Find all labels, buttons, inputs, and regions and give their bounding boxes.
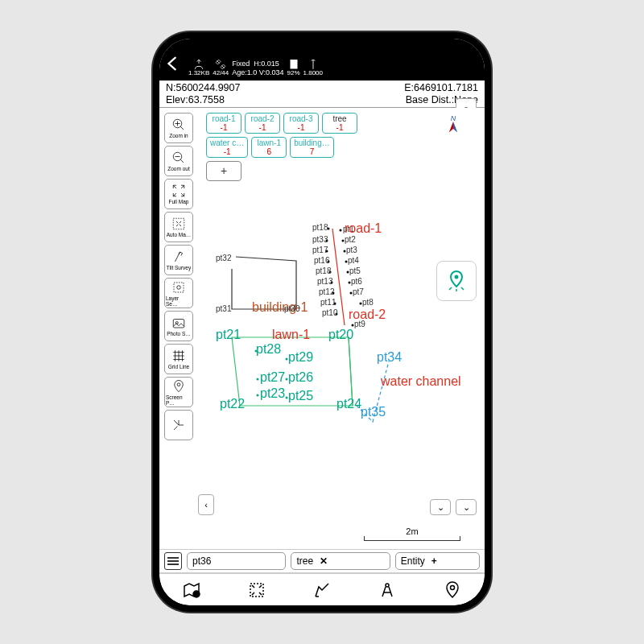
grid-line-button[interactable]: Grid Line bbox=[164, 344, 193, 374]
layer-chip-road-2[interactable]: road-2-1 bbox=[245, 113, 280, 134]
svg-point-69 bbox=[257, 394, 259, 397]
battery-indicator: 92% bbox=[287, 57, 300, 77]
next-point-button[interactable]: ⌄ bbox=[456, 499, 477, 515]
svg-point-65 bbox=[255, 350, 258, 353]
add-entity-icon[interactable]: + bbox=[431, 555, 437, 567]
layer-chip-tree[interactable]: tree-1 bbox=[322, 113, 357, 134]
side-toolbar: Zoom in Zoom out Full Map Auto Ma… Tilt … bbox=[164, 113, 193, 440]
svg-rect-8 bbox=[173, 320, 184, 328]
svg-point-67 bbox=[257, 378, 259, 381]
prev-point-button[interactable]: ⌄ bbox=[430, 499, 451, 515]
svg-text:pt18: pt18 bbox=[316, 266, 332, 275]
svg-text:N: N bbox=[451, 114, 456, 122]
nav-measure-button[interactable] bbox=[371, 576, 403, 604]
nav-draw-button[interactable] bbox=[306, 576, 338, 604]
svg-text:pt33: pt33 bbox=[312, 235, 328, 244]
svg-text:pt6: pt6 bbox=[351, 277, 362, 286]
app-screen: 1.32KB 42/44 Fixed H:0.015 Age:1.0 V:0.0… bbox=[159, 39, 485, 605]
svg-text:pt11: pt11 bbox=[320, 298, 336, 307]
map-view[interactable]: road-1-1 road-2-1 road-3-1 tree-1 water … bbox=[159, 108, 485, 549]
clear-code-icon[interactable]: ✕ bbox=[320, 555, 328, 567]
code-field[interactable]: tree✕ bbox=[291, 552, 390, 570]
snap-tool-button[interactable] bbox=[164, 410, 193, 440]
bottom-fields: pt36 tree✕ Entity+ bbox=[159, 549, 485, 573]
svg-point-68 bbox=[286, 378, 288, 381]
svg-text:pt29: pt29 bbox=[288, 350, 313, 364]
svg-text:pt24: pt24 bbox=[336, 397, 361, 411]
svg-text:water channel: water channel bbox=[380, 374, 461, 388]
auto-map-button[interactable]: Auto Ma… bbox=[164, 212, 193, 242]
solution-type: Fixed bbox=[232, 60, 250, 68]
svg-point-74 bbox=[193, 591, 200, 597]
svg-text:pt12: pt12 bbox=[319, 287, 335, 296]
v-accuracy: V:0.034 bbox=[259, 68, 284, 76]
zoom-out-button[interactable]: Zoom out bbox=[164, 146, 193, 176]
antenna-indicator: 1.8000 bbox=[303, 59, 323, 77]
svg-rect-0 bbox=[291, 59, 297, 68]
survey-drawing: pt18 pt1 pt33 pt2 pt17 pt3 pt16 pt4 pt18… bbox=[192, 164, 465, 470]
back-icon[interactable] bbox=[164, 55, 182, 72]
svg-text:pt30: pt30 bbox=[284, 304, 300, 313]
svg-text:pt27: pt27 bbox=[260, 370, 285, 384]
svg-text:pt16: pt16 bbox=[314, 256, 330, 265]
svg-text:pt4: pt4 bbox=[348, 256, 359, 265]
layer-chip-building[interactable]: building…7 bbox=[290, 137, 333, 158]
svg-text:road-1: road-1 bbox=[345, 221, 382, 235]
svg-text:pt22: pt22 bbox=[220, 397, 245, 411]
svg-rect-6 bbox=[174, 283, 184, 292]
nav-stakeout-button[interactable] bbox=[436, 576, 469, 604]
svg-text:pt3: pt3 bbox=[346, 246, 357, 254]
zoom-in-button[interactable]: Zoom in bbox=[164, 113, 193, 143]
svg-text:pt18: pt18 bbox=[312, 223, 328, 232]
svg-text:pt25: pt25 bbox=[288, 389, 313, 402]
satellite-count: 42/44 bbox=[213, 70, 229, 77]
svg-text:pt2: pt2 bbox=[345, 235, 356, 244]
layer-chip-road-3[interactable]: road-3-1 bbox=[283, 113, 319, 134]
solution-status: Fixed H:0.015 Age:1.0 V:0.034 bbox=[232, 60, 283, 77]
svg-text:pt17: pt17 bbox=[312, 246, 328, 254]
layer-chip-road-1[interactable]: road-1-1 bbox=[206, 113, 242, 134]
svg-text:road-2: road-2 bbox=[349, 308, 386, 321]
data-rate-value: 1.32KB bbox=[188, 70, 209, 77]
svg-text:pt23: pt23 bbox=[260, 386, 285, 400]
phone-notch bbox=[258, 39, 386, 60]
svg-point-77 bbox=[450, 585, 454, 589]
svg-point-66 bbox=[286, 358, 288, 361]
layer-chip-water[interactable]: water c…-1 bbox=[206, 137, 248, 158]
entity-field[interactable]: Entity+ bbox=[395, 552, 480, 570]
screen-point-button[interactable]: Screen P… bbox=[164, 377, 193, 407]
list-menu-icon[interactable] bbox=[164, 552, 182, 570]
svg-rect-5 bbox=[173, 218, 184, 229]
svg-text:pt26: pt26 bbox=[288, 370, 313, 384]
panel-left-toggle[interactable]: ‹ bbox=[198, 494, 214, 515]
battery-percent: 92% bbox=[287, 70, 300, 77]
svg-point-7 bbox=[177, 285, 181, 289]
scale-label: 2m bbox=[364, 526, 460, 536]
tilt-survey-button[interactable]: Tilt Survey bbox=[164, 245, 193, 275]
svg-text:pt35: pt35 bbox=[361, 405, 386, 419]
svg-text:pt34: pt34 bbox=[377, 350, 402, 364]
svg-text:pt31: pt31 bbox=[216, 304, 232, 313]
svg-text:pt32: pt32 bbox=[216, 254, 232, 262]
h-accuracy: H:0.015 bbox=[254, 60, 279, 68]
svg-text:pt28: pt28 bbox=[256, 342, 281, 356]
layer-select-button[interactable]: Layer Se… bbox=[164, 278, 193, 308]
svg-text:pt21: pt21 bbox=[216, 328, 241, 341]
svg-point-70 bbox=[286, 397, 288, 399]
layer-chip-lawn-1[interactable]: lawn-16 bbox=[251, 137, 287, 158]
phone-frame: 1.32KB 42/44 Fixed H:0.015 Age:1.0 V:0.0… bbox=[153, 32, 491, 612]
age-value: Age:1.0 bbox=[232, 68, 257, 76]
svg-text:lawn-1: lawn-1 bbox=[272, 328, 310, 341]
photo-survey-button[interactable]: Photo S… bbox=[164, 311, 193, 341]
coordinates-panel: N:5600244.9907 E:6469101.7181 Elev:63.75… bbox=[159, 80, 485, 108]
satellite-indicator: 42/44 bbox=[213, 59, 229, 77]
point-name-field[interactable]: pt36 bbox=[187, 552, 286, 570]
scale-bar: 2m bbox=[364, 526, 460, 541]
svg-point-76 bbox=[386, 584, 389, 587]
svg-point-10 bbox=[177, 382, 180, 386]
bottom-nav bbox=[159, 573, 485, 605]
full-map-button[interactable]: Full Map bbox=[164, 179, 193, 209]
nav-settings-button[interactable] bbox=[175, 576, 208, 604]
nav-extent-button[interactable] bbox=[241, 576, 273, 604]
compass-icon[interactable]: N bbox=[441, 114, 465, 138]
